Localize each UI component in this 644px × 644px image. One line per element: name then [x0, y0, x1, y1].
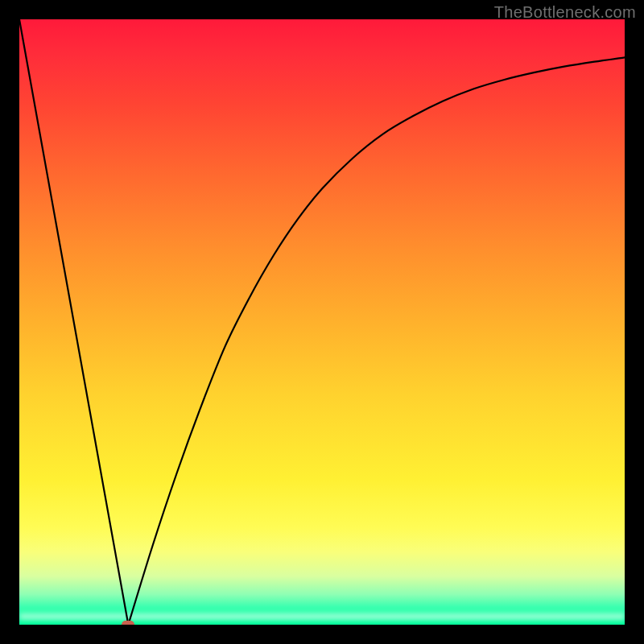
plot-area: [19, 19, 625, 625]
curve-svg: [19, 19, 625, 625]
curve-path: [19, 19, 625, 625]
optimum-marker: [122, 621, 134, 625]
watermark-text: TheBottleneck.com: [494, 3, 636, 22]
chart-frame: TheBottleneck.com: [0, 0, 644, 644]
